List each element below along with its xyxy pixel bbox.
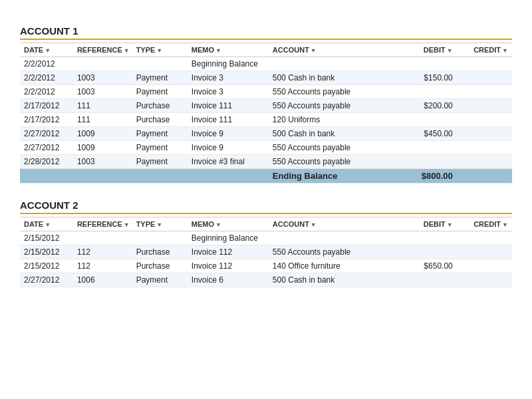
- col-header-credit[interactable]: CREDIT▼: [457, 43, 512, 57]
- cell-ref: 1009: [73, 127, 132, 141]
- cell-type: Payment: [132, 127, 188, 141]
- table-row: 2/2/20121003PaymentInvoice 3500 Cash in …: [20, 71, 512, 85]
- cell-type: Purchase: [132, 259, 188, 273]
- cell-date: 2/27/2012: [20, 127, 73, 141]
- col-header-type[interactable]: TYPE▼: [132, 43, 188, 57]
- table-row: 2/15/2012112PurchaseInvoice 112550 Accou…: [20, 245, 512, 259]
- filter-arrow-icon[interactable]: ▼: [45, 47, 51, 54]
- table-row: 2/27/20121006PaymentInvoice 6500 Cash in…: [20, 273, 512, 287]
- cell-debit: [402, 85, 457, 99]
- cell-account: [269, 57, 402, 71]
- filter-arrow-icon[interactable]: ▼: [45, 221, 51, 228]
- cell-account: 550 Accounts payable: [269, 155, 402, 169]
- filter-arrow-icon[interactable]: ▼: [311, 221, 317, 228]
- cell-date: 2/2/2012: [20, 85, 73, 99]
- filter-arrow-icon[interactable]: ▼: [502, 47, 508, 54]
- col-header-reference[interactable]: REFERENCE▼: [73, 217, 132, 231]
- cell-debit: [402, 155, 457, 169]
- cell-credit: [457, 245, 512, 259]
- cell-type: Payment: [132, 71, 188, 85]
- table-row: 2/15/2012112PurchaseInvoice 112140 Offic…: [20, 259, 512, 273]
- cell-debit: [402, 231, 457, 245]
- cell-ref: [73, 57, 132, 71]
- cell-memo: Invoice #3 final: [188, 155, 269, 169]
- cell-debit: [402, 141, 457, 155]
- cell-ref: [73, 169, 132, 184]
- cell-account: 500 Cash in bank: [269, 273, 402, 287]
- cell-ref: 1006: [73, 273, 132, 287]
- cell-type: [132, 169, 188, 184]
- cell-type: [132, 57, 188, 71]
- cell-memo: Invoice 9: [188, 141, 269, 155]
- cell-debit: $450.00: [402, 127, 457, 141]
- cell-ref: 1003: [73, 155, 132, 169]
- table-row: 2/2/20121003PaymentInvoice 3550 Accounts…: [20, 85, 512, 99]
- cell-date: 2/28/2012: [20, 155, 73, 169]
- cell-ref: 1009: [73, 141, 132, 155]
- col-header-reference[interactable]: REFERENCE▼: [73, 43, 132, 57]
- cell-credit: [457, 259, 512, 273]
- col-header-date[interactable]: DATE▼: [20, 43, 73, 57]
- cell-date: 2/2/2012: [20, 57, 73, 71]
- cell-account: 550 Accounts payable: [269, 99, 402, 113]
- cell-credit: [457, 169, 512, 184]
- col-header-account[interactable]: ACCOUNT▼: [269, 217, 402, 231]
- cell-date: 2/15/2012: [20, 245, 73, 259]
- filter-arrow-icon[interactable]: ▼: [502, 221, 508, 228]
- cell-type: Payment: [132, 273, 188, 287]
- filter-arrow-icon[interactable]: ▼: [156, 221, 162, 228]
- cell-account: 550 Accounts payable: [269, 85, 402, 99]
- filter-arrow-icon[interactable]: ▼: [215, 221, 221, 228]
- cell-credit: [457, 127, 512, 141]
- cell-date: 2/27/2012: [20, 141, 73, 155]
- cell-memo: Invoice 111: [188, 113, 269, 127]
- cell-ref: 1003: [73, 85, 132, 99]
- col-header-account[interactable]: ACCOUNT▼: [269, 43, 402, 57]
- col-header-memo[interactable]: MEMO▼: [188, 43, 269, 57]
- filter-arrow-icon[interactable]: ▼: [156, 47, 162, 54]
- cell-memo: Beginning Balance: [188, 57, 269, 71]
- cell-memo: Invoice 3: [188, 71, 269, 85]
- filter-arrow-icon[interactable]: ▼: [311, 47, 317, 54]
- cell-account: 120 Uniforms: [269, 113, 402, 127]
- cell-debit: $200.00: [402, 99, 457, 113]
- cell-debit: $650.00: [402, 259, 457, 273]
- col-header-debit[interactable]: DEBIT▼: [402, 217, 457, 231]
- cell-account: 550 Accounts payable: [269, 245, 402, 259]
- ledger-table-2: DATE▼REFERENCE▼TYPE▼MEMO▼ACCOUNT▼DEBIT▼C…: [20, 217, 512, 287]
- account-title-1: ACCOUNT 1: [20, 25, 512, 40]
- cell-account: [269, 231, 402, 245]
- cell-credit: [457, 71, 512, 85]
- cell-date: 2/17/2012: [20, 99, 73, 113]
- col-header-memo[interactable]: MEMO▼: [188, 217, 269, 231]
- cell-debit: [402, 57, 457, 71]
- filter-arrow-icon[interactable]: ▼: [447, 47, 453, 54]
- cell-type: Payment: [132, 155, 188, 169]
- cell-credit: [457, 99, 512, 113]
- cell-ref: 112: [73, 245, 132, 259]
- filter-arrow-icon[interactable]: ▼: [124, 47, 130, 54]
- cell-debit: [402, 113, 457, 127]
- filter-arrow-icon[interactable]: ▼: [447, 221, 453, 228]
- cell-credit: [457, 113, 512, 127]
- cell-date: 2/15/2012: [20, 231, 73, 245]
- table-row: 2/17/2012111PurchaseInvoice 111550 Accou…: [20, 99, 512, 113]
- col-header-type[interactable]: TYPE▼: [132, 217, 188, 231]
- account-section-1: ACCOUNT 1DATE▼REFERENCE▼TYPE▼MEMO▼ACCOUN…: [20, 25, 512, 184]
- cell-type: Payment: [132, 85, 188, 99]
- cell-memo: Invoice 112: [188, 245, 269, 259]
- filter-arrow-icon[interactable]: ▼: [124, 221, 130, 228]
- cell-date: 2/27/2012: [20, 273, 73, 287]
- col-header-date[interactable]: DATE▼: [20, 217, 73, 231]
- table-row: 2/27/20121009PaymentInvoice 9500 Cash in…: [20, 127, 512, 141]
- cell-memo: Invoice 112: [188, 259, 269, 273]
- cell-ref: 111: [73, 113, 132, 127]
- cell-type: Purchase: [132, 113, 188, 127]
- col-header-credit[interactable]: CREDIT▼: [457, 217, 512, 231]
- cell-ref: [73, 231, 132, 245]
- table-row: 2/28/20121003PaymentInvoice #3 final550 …: [20, 155, 512, 169]
- cell-memo: Invoice 9: [188, 127, 269, 141]
- col-header-debit[interactable]: DEBIT▼: [402, 43, 457, 57]
- cell-memo: Invoice 6: [188, 273, 269, 287]
- filter-arrow-icon[interactable]: ▼: [215, 47, 221, 54]
